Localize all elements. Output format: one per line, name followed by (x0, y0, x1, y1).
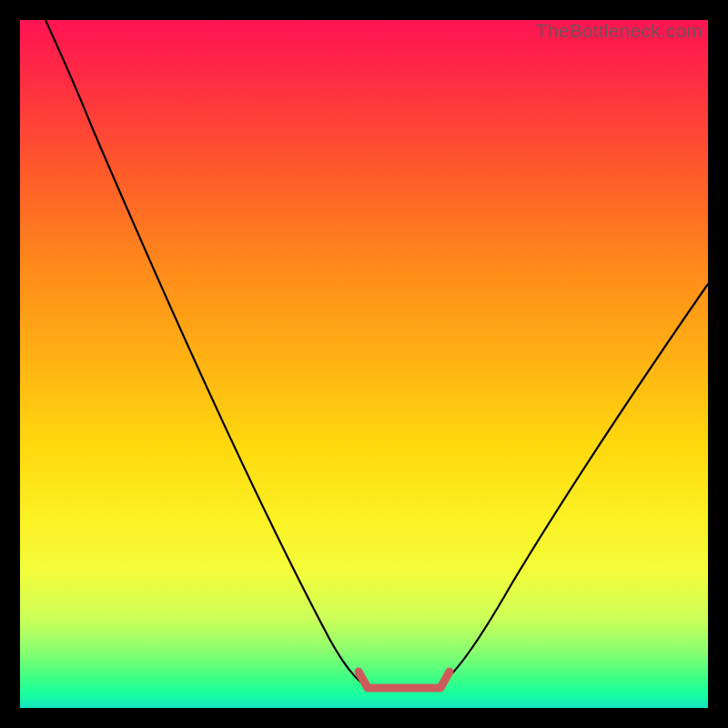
curve-right-branch (433, 284, 708, 688)
valley-bracket (359, 672, 450, 688)
chart-svg (20, 20, 708, 708)
watermark-text: TheBottleneck.com (536, 20, 703, 42)
curve-left-branch (46, 20, 371, 688)
